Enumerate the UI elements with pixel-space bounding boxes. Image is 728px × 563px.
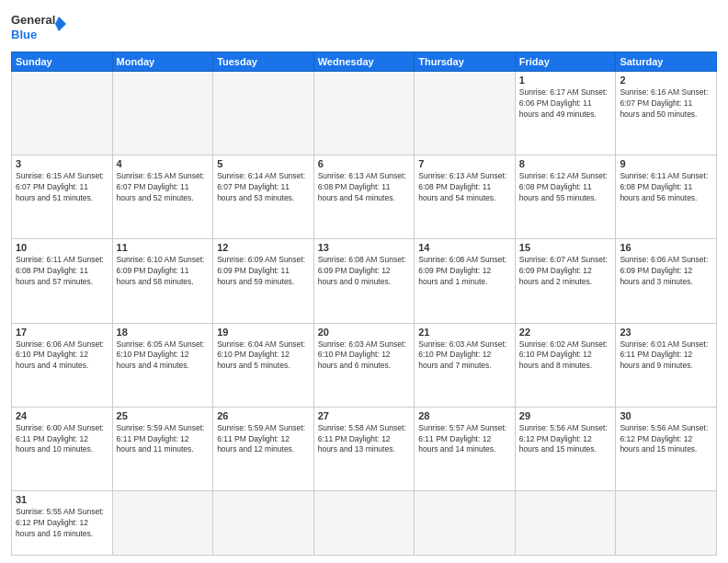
calendar-cell: 19Sunrise: 6:04 AM Sunset: 6:10 PM Dayli…: [213, 323, 314, 407]
calendar-cell: 16Sunrise: 6:06 AM Sunset: 6:09 PM Dayli…: [616, 239, 717, 323]
day-info: Sunrise: 5:59 AM Sunset: 6:11 PM Dayligh…: [117, 423, 210, 456]
calendar-cell: 14Sunrise: 6:08 AM Sunset: 6:09 PM Dayli…: [415, 239, 516, 323]
calendar-cell: 9Sunrise: 6:11 AM Sunset: 6:08 PM Daylig…: [616, 155, 717, 239]
day-number: 4: [117, 158, 210, 169]
calendar-cell: [313, 72, 415, 155]
weekday-header-friday: Friday: [515, 52, 616, 72]
calendar-cell: [213, 490, 314, 555]
day-info: Sunrise: 6:00 AM Sunset: 6:11 PM Dayligh…: [16, 423, 108, 456]
day-info: Sunrise: 6:14 AM Sunset: 6:07 PM Dayligh…: [217, 171, 310, 204]
day-number: 10: [16, 242, 108, 253]
day-info: Sunrise: 5:57 AM Sunset: 6:11 PM Dayligh…: [418, 423, 511, 456]
day-number: 1: [519, 75, 612, 86]
calendar-cell: 12Sunrise: 6:09 AM Sunset: 6:09 PM Dayli…: [213, 239, 314, 323]
calendar-cell: 3Sunrise: 6:15 AM Sunset: 6:07 PM Daylig…: [12, 155, 113, 239]
calendar-cell: 11Sunrise: 6:10 AM Sunset: 6:09 PM Dayli…: [112, 239, 213, 323]
day-info: Sunrise: 6:11 AM Sunset: 6:08 PM Dayligh…: [16, 255, 108, 288]
day-number: 26: [217, 410, 310, 421]
calendar-cell: [112, 72, 213, 155]
calendar-cell: 20Sunrise: 6:03 AM Sunset: 6:10 PM Dayli…: [313, 323, 415, 407]
day-number: 27: [318, 410, 411, 421]
header: General Blue: [11, 9, 717, 46]
day-number: 23: [620, 327, 712, 338]
day-number: 15: [519, 242, 612, 253]
day-number: 19: [217, 327, 310, 338]
day-info: Sunrise: 6:10 AM Sunset: 6:09 PM Dayligh…: [117, 255, 210, 288]
weekday-header-saturday: Saturday: [616, 52, 717, 72]
day-info: Sunrise: 6:12 AM Sunset: 6:08 PM Dayligh…: [519, 171, 612, 204]
day-number: 28: [418, 410, 511, 421]
day-number: 29: [519, 410, 612, 421]
day-info: Sunrise: 6:07 AM Sunset: 6:09 PM Dayligh…: [519, 255, 612, 288]
day-number: 5: [217, 158, 310, 169]
day-number: 2: [620, 75, 712, 86]
svg-text:Blue: Blue: [11, 28, 37, 41]
day-number: 8: [519, 158, 612, 169]
calendar-cell: [616, 490, 717, 555]
day-info: Sunrise: 6:13 AM Sunset: 6:08 PM Dayligh…: [318, 171, 411, 204]
day-info: Sunrise: 6:13 AM Sunset: 6:08 PM Dayligh…: [418, 171, 511, 204]
day-number: 25: [117, 410, 210, 421]
weekday-header-sunday: Sunday: [12, 52, 113, 72]
calendar-cell: [415, 72, 516, 155]
day-number: 12: [217, 242, 310, 253]
day-info: Sunrise: 6:15 AM Sunset: 6:07 PM Dayligh…: [16, 171, 108, 204]
day-info: Sunrise: 5:55 AM Sunset: 6:12 PM Dayligh…: [16, 507, 108, 540]
calendar-cell: [415, 490, 516, 555]
day-info: Sunrise: 5:56 AM Sunset: 6:12 PM Dayligh…: [519, 423, 612, 456]
day-number: 6: [318, 158, 411, 169]
day-number: 16: [620, 242, 712, 253]
day-info: Sunrise: 6:05 AM Sunset: 6:10 PM Dayligh…: [117, 339, 210, 373]
day-number: 24: [16, 410, 108, 421]
weekday-header-thursday: Thursday: [415, 52, 516, 72]
day-info: Sunrise: 6:06 AM Sunset: 6:10 PM Dayligh…: [16, 339, 108, 373]
calendar-cell: 7Sunrise: 6:13 AM Sunset: 6:08 PM Daylig…: [415, 155, 516, 239]
calendar-cell: 27Sunrise: 5:58 AM Sunset: 6:11 PM Dayli…: [313, 407, 415, 490]
day-number: 11: [117, 242, 210, 253]
day-number: 7: [418, 158, 511, 169]
day-info: Sunrise: 6:02 AM Sunset: 6:10 PM Dayligh…: [519, 339, 612, 373]
calendar-cell: 13Sunrise: 6:08 AM Sunset: 6:09 PM Dayli…: [313, 239, 415, 323]
calendar-cell: [515, 490, 616, 555]
calendar-cell: 23Sunrise: 6:01 AM Sunset: 6:11 PM Dayli…: [616, 323, 717, 407]
calendar-cell: [12, 72, 113, 155]
day-number: 9: [620, 158, 712, 169]
calendar-cell: 17Sunrise: 6:06 AM Sunset: 6:10 PM Dayli…: [12, 323, 113, 407]
day-info: Sunrise: 6:04 AM Sunset: 6:10 PM Dayligh…: [217, 339, 310, 373]
calendar-cell: 2Sunrise: 6:16 AM Sunset: 6:07 PM Daylig…: [616, 72, 717, 155]
weekday-header-wednesday: Wednesday: [313, 52, 415, 72]
day-info: Sunrise: 6:06 AM Sunset: 6:09 PM Dayligh…: [620, 255, 712, 288]
calendar-cell: 18Sunrise: 6:05 AM Sunset: 6:10 PM Dayli…: [112, 323, 213, 407]
day-number: 30: [620, 410, 712, 421]
day-info: Sunrise: 6:16 AM Sunset: 6:07 PM Dayligh…: [620, 87, 712, 121]
logo: General Blue: [11, 9, 66, 46]
day-number: 18: [117, 327, 210, 338]
day-number: 14: [418, 242, 511, 253]
calendar-cell: 22Sunrise: 6:02 AM Sunset: 6:10 PM Dayli…: [515, 323, 616, 407]
calendar-cell: [313, 490, 415, 555]
generalblue-logo-icon: General Blue: [11, 9, 66, 46]
calendar-cell: [112, 490, 213, 555]
day-number: 17: [16, 327, 108, 338]
weekday-header-tuesday: Tuesday: [213, 52, 314, 72]
calendar-cell: 6Sunrise: 6:13 AM Sunset: 6:08 PM Daylig…: [313, 155, 415, 239]
page: General Blue SundayMondayTuesdayWednesda…: [0, 0, 728, 563]
svg-marker-2: [55, 17, 66, 31]
day-info: Sunrise: 5:56 AM Sunset: 6:12 PM Dayligh…: [620, 423, 712, 456]
calendar-cell: 5Sunrise: 6:14 AM Sunset: 6:07 PM Daylig…: [213, 155, 314, 239]
calendar-cell: 8Sunrise: 6:12 AM Sunset: 6:08 PM Daylig…: [515, 155, 616, 239]
day-info: Sunrise: 6:17 AM Sunset: 6:06 PM Dayligh…: [519, 87, 612, 121]
day-number: 31: [16, 494, 108, 505]
day-info: Sunrise: 5:58 AM Sunset: 6:11 PM Dayligh…: [318, 423, 411, 456]
day-number: 21: [418, 327, 511, 338]
calendar-cell: 21Sunrise: 6:03 AM Sunset: 6:10 PM Dayli…: [415, 323, 516, 407]
weekday-header-monday: Monday: [112, 52, 213, 72]
calendar-cell: 29Sunrise: 5:56 AM Sunset: 6:12 PM Dayli…: [515, 407, 616, 490]
day-info: Sunrise: 6:11 AM Sunset: 6:08 PM Dayligh…: [620, 171, 712, 204]
calendar-cell: 15Sunrise: 6:07 AM Sunset: 6:09 PM Dayli…: [515, 239, 616, 323]
day-info: Sunrise: 6:15 AM Sunset: 6:07 PM Dayligh…: [117, 171, 210, 204]
day-info: Sunrise: 6:01 AM Sunset: 6:11 PM Dayligh…: [620, 339, 712, 373]
day-info: Sunrise: 6:08 AM Sunset: 6:09 PM Dayligh…: [318, 255, 411, 288]
day-info: Sunrise: 6:03 AM Sunset: 6:10 PM Dayligh…: [418, 339, 511, 373]
calendar-table: SundayMondayTuesdayWednesdayThursdayFrid…: [11, 52, 717, 556]
